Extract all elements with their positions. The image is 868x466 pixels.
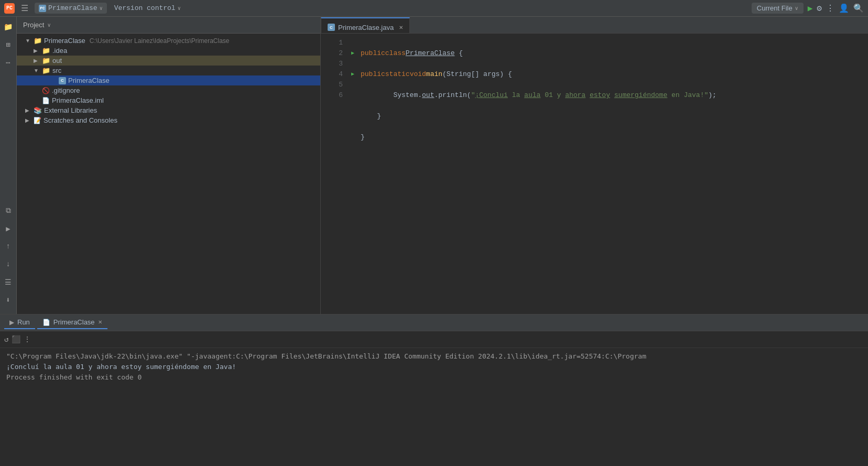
run-arrow-1[interactable]: ▶ [351, 48, 357, 59]
tree-item-scratches[interactable]: ▶ 📝 Scratches and Consoles [17, 115, 320, 125]
console-line-2: ¡Concluí la aula 01 y ahora estoy sumerg… [6, 362, 862, 372]
gitignore-label: .gitignore [52, 86, 80, 94]
rerun-button[interactable]: ↺ [4, 335, 8, 344]
code-line-5: ▶} [351, 132, 868, 143]
root-chevron-icon: ▼ [25, 38, 31, 44]
code-line-6: ▶ [351, 153, 868, 164]
extlibs-label: External Libraries [44, 106, 97, 114]
sidebar-item-structure[interactable]: ⊞ [3, 39, 14, 50]
console-tab-close[interactable]: ✕ [98, 319, 102, 325]
app-logo: PC [4, 3, 15, 14]
settings-icon[interactable]: ⚙ [817, 3, 822, 14]
vc-label: Version control [114, 4, 176, 12]
tree-item-primeraclase[interactable]: C PrimeraClase [17, 75, 320, 85]
java-file-icon: C [59, 77, 66, 84]
current-file-label: Current File [757, 4, 793, 12]
panel-header: Project ∨ [17, 17, 320, 34]
editor-area: C PrimeraClase.java ✕ 1 2 3 4 5 6 ▶publi… [321, 17, 868, 314]
panel-title: Project [23, 21, 44, 29]
titlebar: PC ☰ PC PrimeraClase ∨ Version control ∨… [0, 0, 868, 17]
project-panel: Project ∨ ▼ 📁 PrimeraClase C:\Users\Javi… [17, 17, 321, 314]
user-avatar[interactable]: 👤 [839, 3, 849, 14]
idea-label: .idea [52, 47, 67, 55]
code-line-3: ▶ System.out.println("¡Conclui la aula 0… [351, 90, 868, 101]
tree-root[interactable]: ▼ 📁 PrimeraClase C:\Users\Javier Lainez\… [17, 36, 320, 46]
main-area: 📁 ⊞ ⋯ ⧉ ▶ ↑ ↓ ☰ ⬇ Project ∨ ▼ 📁 PrimeraC… [0, 17, 868, 314]
tree-item-gitignore[interactable]: 🚫 .gitignore [17, 85, 320, 95]
titlebar-right: Current File ∨ ▶ ⚙ ⋮ 👤 🔍 [752, 3, 864, 14]
left-sidebar: 📁 ⊞ ⋯ ⧉ ▶ ↑ ↓ ☰ ⬇ [0, 17, 17, 314]
scratches-icon: 📝 [34, 117, 41, 124]
iml-label: PrimeraClase.iml [52, 96, 104, 104]
scratches-label: Scratches and Consoles [44, 116, 117, 124]
run-arrow-2[interactable]: ▶ [351, 69, 357, 80]
code-line-4: ▶ } [351, 111, 868, 122]
project-chevron-icon: ∨ [100, 5, 103, 12]
version-control-menu[interactable]: Version control ∨ [111, 3, 184, 14]
sidebar-item-up[interactable]: ↑ [3, 241, 14, 252]
line-numbers: 1 2 3 4 5 6 [321, 34, 347, 314]
current-file-selector[interactable]: Current File ∨ [752, 3, 804, 14]
console-line-4: Process finished with exit code 0 [6, 372, 862, 383]
idea-folder-icon: 📁 [42, 47, 50, 55]
code-editor[interactable]: 1 2 3 4 5 6 ▶public class PrimeraClase {… [321, 34, 868, 314]
more-options-icon[interactable]: ⋮ [826, 3, 834, 14]
src-label: src [52, 67, 61, 74]
scratches-chevron-icon: ▶ [25, 117, 31, 123]
primeraclase-label: PrimeraClase [68, 77, 110, 84]
console-toolbar: ↺ ⬛ ⋮ [0, 331, 868, 348]
code-line-2: ▶ public static void main(String[] args)… [351, 69, 868, 80]
idea-chevron-icon: ▶ [34, 48, 40, 53]
tab-primeraclase[interactable]: C PrimeraClase.java ✕ [321, 17, 410, 33]
root-label: PrimeraClase [44, 37, 85, 45]
gitignore-icon: 🚫 [42, 87, 50, 94]
root-folder-icon: 📁 [34, 37, 42, 45]
tab-label: PrimeraClase.java [338, 24, 394, 31]
console-line-1: "C:\Program Files\Java\jdk-22\bin\java.e… [6, 351, 862, 362]
src-folder-icon: 📁 [42, 67, 50, 74]
tree-item-src[interactable]: ▼ 📁 src [17, 66, 320, 75]
tree-item-extlibs[interactable]: ▶ 📚 External Libraries [17, 105, 320, 115]
sidebar-item-down[interactable]: ↓ [3, 258, 14, 270]
sidebar-item-list[interactable]: ☰ [3, 276, 14, 288]
run-tab-label: Run [17, 318, 30, 326]
sidebar-item-more[interactable]: ⋯ [3, 57, 14, 68]
bottom-tab-primeraclase[interactable]: 📄 PrimeraClase ✕ [37, 316, 107, 329]
run-button[interactable]: ▶ [808, 3, 813, 14]
sidebar-item-run-tool[interactable]: ▶ [3, 223, 14, 234]
sidebar-item-arrow-down[interactable]: ⬇ [3, 294, 14, 306]
tree-item-iml[interactable]: 📄 PrimeraClase.iml [17, 95, 320, 105]
tree-item-out[interactable]: ▶ 📁 out [17, 56, 320, 66]
sidebar-item-layers[interactable]: ⧉ [3, 205, 14, 216]
iml-file-icon: 📄 [42, 97, 50, 104]
bottom-panel: ▶ Run 📄 PrimeraClase ✕ ↺ ⬛ ⋮ "C:\Program… [0, 314, 868, 466]
project-selector[interactable]: PC PrimeraClase ∨ [35, 3, 107, 14]
tab-close-button[interactable]: ✕ [399, 25, 403, 30]
code-content[interactable]: ▶public class PrimeraClase { ▶ public st… [347, 34, 868, 314]
sidebar-item-folder[interactable]: 📁 [3, 21, 14, 32]
out-label: out [52, 57, 62, 64]
search-icon[interactable]: 🔍 [853, 3, 864, 14]
bottom-tabs: ▶ Run 📄 PrimeraClase ✕ [0, 315, 868, 331]
tab-file-icon: C [328, 24, 335, 31]
file-tree: ▼ 📁 PrimeraClase C:\Users\Javier Lainez\… [17, 34, 320, 314]
more-console-options[interactable]: ⋮ [24, 335, 31, 344]
logo-text: PC [6, 5, 13, 11]
out-folder-icon: 📁 [42, 57, 50, 64]
console-tab-label: PrimeraClase [53, 318, 95, 326]
hamburger-menu[interactable]: ☰ [19, 2, 30, 15]
bottom-tab-run[interactable]: ▶ Run [4, 316, 35, 329]
console-output: "C:\Program Files\Java\jdk-22\bin\java.e… [0, 348, 868, 466]
panel-chevron-icon[interactable]: ∨ [47, 22, 51, 28]
console-icon: 📄 [42, 319, 50, 326]
vc-chevron-icon: ∨ [178, 5, 181, 12]
run-tab-icon: ▶ [9, 319, 14, 326]
stop-button[interactable]: ⬛ [12, 335, 20, 344]
code-line-1: ▶public class PrimeraClase { [351, 48, 868, 59]
src-chevron-icon: ▼ [34, 68, 40, 73]
project-name: PrimeraClase [48, 4, 97, 12]
current-file-chevron-icon: ∨ [795, 5, 798, 11]
tree-item-idea[interactable]: ▶ 📁 .idea [17, 46, 320, 56]
root-path: C:\Users\Javier Lainez\IdeaProjects\Prim… [90, 37, 230, 45]
out-chevron-icon: ▶ [34, 58, 40, 63]
